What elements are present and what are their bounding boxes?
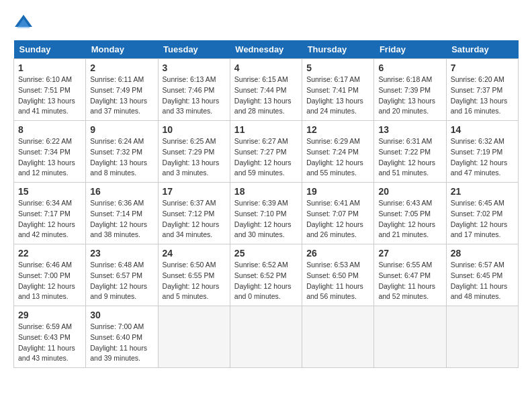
day-info: Sunrise: 6:22 AMSunset: 7:34 PMDaylight:… — [18, 136, 81, 179]
day-number: 4 — [234, 62, 298, 73]
day-info: Sunrise: 6:34 AMSunset: 7:17 PMDaylight:… — [18, 198, 81, 240]
page-header — [13, 13, 519, 34]
day-info: Sunrise: 6:55 AMSunset: 6:47 PMDaylight:… — [378, 260, 441, 302]
calendar-day-cell: 23Sunrise: 6:48 AMSunset: 6:57 PMDayligh… — [86, 244, 158, 306]
col-header-friday: Friday — [374, 40, 446, 59]
calendar-day-cell: 27Sunrise: 6:55 AMSunset: 6:47 PMDayligh… — [374, 244, 446, 306]
calendar-day-cell: 12Sunrise: 6:29 AMSunset: 7:24 PMDayligh… — [302, 121, 374, 183]
calendar-day-cell: 29Sunrise: 6:59 AMSunset: 6:43 PMDayligh… — [14, 306, 86, 368]
logo — [13, 13, 36, 34]
day-info: Sunrise: 6:59 AMSunset: 6:43 PMDaylight:… — [18, 322, 81, 364]
calendar-day-cell: 20Sunrise: 6:43 AMSunset: 7:05 PMDayligh… — [374, 183, 446, 244]
calendar-day-cell: 9Sunrise: 6:24 AMSunset: 7:32 PMDaylight… — [86, 121, 158, 183]
day-info: Sunrise: 6:46 AMSunset: 7:00 PMDaylight:… — [18, 260, 81, 302]
day-info: Sunrise: 6:10 AMSunset: 7:51 PMDaylight:… — [18, 75, 81, 117]
col-header-tuesday: Tuesday — [158, 40, 230, 59]
calendar-day-cell — [446, 306, 518, 368]
day-number: 23 — [90, 248, 153, 259]
day-number: 14 — [451, 124, 514, 135]
day-info: Sunrise: 6:52 AMSunset: 6:52 PMDaylight:… — [234, 260, 298, 302]
calendar-week-row: 1Sunrise: 6:10 AMSunset: 7:51 PMDaylight… — [14, 59, 519, 121]
col-header-saturday: Saturday — [446, 40, 518, 59]
calendar-day-cell: 3Sunrise: 6:13 AMSunset: 7:46 PMDaylight… — [158, 59, 230, 121]
day-info: Sunrise: 6:50 AMSunset: 6:55 PMDaylight:… — [163, 260, 226, 302]
day-info: Sunrise: 6:18 AMSunset: 7:39 PMDaylight:… — [378, 75, 441, 117]
calendar-day-cell: 18Sunrise: 6:39 AMSunset: 7:10 PMDayligh… — [230, 183, 302, 244]
day-info: Sunrise: 6:39 AMSunset: 7:10 PMDaylight:… — [234, 198, 298, 240]
day-info: Sunrise: 6:41 AMSunset: 7:07 PMDaylight:… — [306, 198, 369, 240]
day-info: Sunrise: 6:13 AMSunset: 7:46 PMDaylight:… — [163, 75, 226, 117]
calendar-day-cell — [374, 306, 446, 368]
day-number: 27 — [378, 248, 441, 259]
day-number: 15 — [18, 186, 81, 197]
calendar-day-cell — [230, 306, 302, 368]
day-number: 1 — [18, 62, 81, 73]
day-number: 2 — [90, 62, 153, 73]
day-number: 20 — [378, 186, 441, 197]
day-number: 30 — [90, 310, 153, 320]
day-number: 18 — [234, 186, 298, 197]
day-number: 3 — [163, 62, 226, 73]
calendar-day-cell: 7Sunrise: 6:20 AMSunset: 7:37 PMDaylight… — [446, 59, 518, 121]
calendar-day-cell: 11Sunrise: 6:27 AMSunset: 7:27 PMDayligh… — [230, 121, 302, 183]
calendar-day-cell: 16Sunrise: 6:36 AMSunset: 7:14 PMDayligh… — [86, 183, 158, 244]
day-number: 9 — [90, 124, 153, 135]
day-info: Sunrise: 6:25 AMSunset: 7:29 PMDaylight:… — [163, 136, 226, 179]
day-info: Sunrise: 6:32 AMSunset: 7:19 PMDaylight:… — [451, 136, 514, 179]
col-header-thursday: Thursday — [302, 40, 374, 59]
calendar-week-row: 29Sunrise: 6:59 AMSunset: 6:43 PMDayligh… — [14, 306, 519, 368]
day-info: Sunrise: 6:37 AMSunset: 7:12 PMDaylight:… — [163, 198, 226, 240]
day-number: 21 — [451, 186, 514, 197]
calendar-day-cell: 21Sunrise: 6:45 AMSunset: 7:02 PMDayligh… — [446, 183, 518, 244]
day-info: Sunrise: 7:00 AMSunset: 6:40 PMDaylight:… — [90, 322, 153, 364]
calendar-day-cell: 25Sunrise: 6:52 AMSunset: 6:52 PMDayligh… — [230, 244, 302, 306]
day-number: 5 — [306, 62, 369, 73]
day-number: 19 — [306, 186, 369, 197]
calendar-day-cell: 2Sunrise: 6:11 AMSunset: 7:49 PMDaylight… — [86, 59, 158, 121]
day-info: Sunrise: 6:29 AMSunset: 7:24 PMDaylight:… — [306, 136, 369, 179]
day-number: 11 — [234, 124, 298, 135]
calendar-day-cell: 28Sunrise: 6:57 AMSunset: 6:45 PMDayligh… — [446, 244, 518, 306]
calendar-day-cell: 6Sunrise: 6:18 AMSunset: 7:39 PMDaylight… — [374, 59, 446, 121]
day-number: 7 — [451, 62, 514, 73]
calendar-day-cell: 1Sunrise: 6:10 AMSunset: 7:51 PMDaylight… — [14, 59, 86, 121]
day-number: 29 — [18, 310, 81, 320]
logo-icon — [13, 13, 34, 34]
calendar-header-row: SundayMondayTuesdayWednesdayThursdayFrid… — [14, 40, 519, 59]
col-header-sunday: Sunday — [14, 40, 86, 59]
day-number: 28 — [451, 248, 514, 259]
day-number: 26 — [306, 248, 369, 259]
calendar-day-cell: 4Sunrise: 6:15 AMSunset: 7:44 PMDaylight… — [230, 59, 302, 121]
day-info: Sunrise: 6:20 AMSunset: 7:37 PMDaylight:… — [451, 75, 514, 117]
col-header-monday: Monday — [86, 40, 158, 59]
calendar-day-cell: 19Sunrise: 6:41 AMSunset: 7:07 PMDayligh… — [302, 183, 374, 244]
day-info: Sunrise: 6:53 AMSunset: 6:50 PMDaylight:… — [306, 260, 369, 302]
day-info: Sunrise: 6:48 AMSunset: 6:57 PMDaylight:… — [90, 260, 153, 302]
calendar-day-cell: 13Sunrise: 6:31 AMSunset: 7:22 PMDayligh… — [374, 121, 446, 183]
calendar-table: SundayMondayTuesdayWednesdayThursdayFrid… — [13, 40, 519, 368]
calendar-day-cell: 14Sunrise: 6:32 AMSunset: 7:19 PMDayligh… — [446, 121, 518, 183]
day-number: 12 — [306, 124, 369, 135]
day-info: Sunrise: 6:57 AMSunset: 6:45 PMDaylight:… — [451, 260, 514, 302]
day-number: 22 — [18, 248, 81, 259]
calendar-day-cell — [158, 306, 230, 368]
calendar-week-row: 22Sunrise: 6:46 AMSunset: 7:00 PMDayligh… — [14, 244, 519, 306]
day-info: Sunrise: 6:45 AMSunset: 7:02 PMDaylight:… — [451, 198, 514, 240]
day-info: Sunrise: 6:43 AMSunset: 7:05 PMDaylight:… — [378, 198, 441, 240]
day-number: 24 — [163, 248, 226, 259]
calendar-day-cell: 10Sunrise: 6:25 AMSunset: 7:29 PMDayligh… — [158, 121, 230, 183]
calendar-day-cell: 17Sunrise: 6:37 AMSunset: 7:12 PMDayligh… — [158, 183, 230, 244]
day-info: Sunrise: 6:15 AMSunset: 7:44 PMDaylight:… — [234, 75, 298, 117]
day-number: 10 — [163, 124, 226, 135]
day-number: 16 — [90, 186, 153, 197]
calendar-week-row: 8Sunrise: 6:22 AMSunset: 7:34 PMDaylight… — [14, 121, 519, 183]
day-info: Sunrise: 6:27 AMSunset: 7:27 PMDaylight:… — [234, 136, 298, 179]
calendar-day-cell: 26Sunrise: 6:53 AMSunset: 6:50 PMDayligh… — [302, 244, 374, 306]
day-info: Sunrise: 6:17 AMSunset: 7:41 PMDaylight:… — [306, 75, 369, 117]
day-info: Sunrise: 6:31 AMSunset: 7:22 PMDaylight:… — [378, 136, 441, 179]
calendar-week-row: 15Sunrise: 6:34 AMSunset: 7:17 PMDayligh… — [14, 183, 519, 244]
day-info: Sunrise: 6:24 AMSunset: 7:32 PMDaylight:… — [90, 136, 153, 179]
day-number: 6 — [378, 62, 441, 73]
calendar-day-cell: 8Sunrise: 6:22 AMSunset: 7:34 PMDaylight… — [14, 121, 86, 183]
day-info: Sunrise: 6:36 AMSunset: 7:14 PMDaylight:… — [90, 198, 153, 240]
